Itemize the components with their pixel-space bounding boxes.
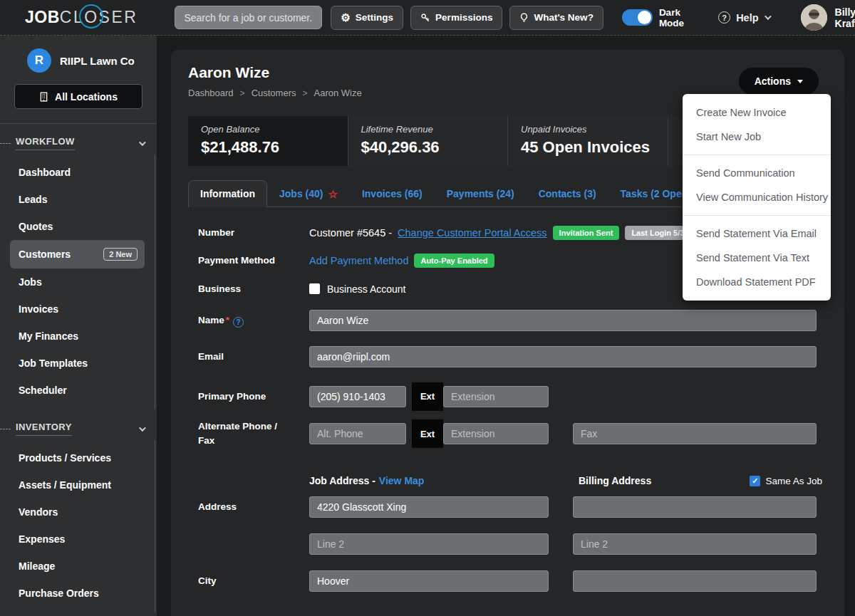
caret-down-icon (797, 80, 803, 83)
sidebar-item-quotes[interactable]: Quotes (10, 213, 145, 240)
actions-button[interactable]: Actions (739, 68, 819, 95)
main-panel: Aaron Wize Dashboard Customers Aaron Wiz… (171, 50, 844, 616)
menu-item-send-communication[interactable]: Send Communication (683, 161, 831, 185)
primary-phone-field[interactable] (309, 386, 406, 407)
job-line2-field[interactable] (309, 533, 549, 555)
dark-mode-toggle[interactable] (622, 9, 653, 26)
menu-item-send-statement-via-text[interactable]: Send Statement Via Text (683, 246, 831, 270)
sidebar-item-assets-equipment[interactable]: Assets / Equipment (10, 471, 145, 498)
sidebar-section: WORKFLOW Dashboard Leads Quotes Customer… (0, 124, 157, 409)
toggle-knob (638, 11, 651, 24)
avatar[interactable] (801, 4, 827, 31)
required-asterisk: * (226, 315, 229, 325)
lightbulb-icon (519, 13, 529, 23)
stat-label: Unpaid Invoices (521, 124, 655, 135)
menu-item-start-new-job[interactable]: Start New Job (683, 125, 831, 149)
stat-label: Lifetime Revenue (361, 124, 495, 135)
billing-line2-field[interactable] (573, 533, 817, 555)
checkbox-label: Same As Job (765, 476, 822, 486)
stat-value: $40,296.36 (361, 138, 495, 157)
stat-open-balance: Open Balance $21,488.76 (188, 116, 348, 166)
form-row-name: Name* (198, 310, 827, 331)
logo-text-bold: JOB (25, 8, 60, 27)
menu-item-download-statement-pdf[interactable]: Download Statement PDF (683, 270, 831, 294)
favorite-star-icon (328, 189, 337, 199)
sidebar-item-scheduler[interactable]: Scheduler (10, 377, 145, 404)
email-field[interactable] (309, 346, 817, 367)
search-input[interactable] (175, 6, 322, 29)
breadcrumb-link-dashboard[interactable]: Dashboard (188, 88, 234, 98)
sidebar-item-vendors[interactable]: Vendors (10, 498, 145, 526)
whats-new-button[interactable]: What's New? (509, 6, 603, 30)
sidebar-item-purchase-orders[interactable]: Purchase Orders (10, 580, 145, 607)
sidebar-item-mileage[interactable]: Mileage (10, 553, 145, 580)
sidebar-item-customers[interactable]: Customers 2 New (10, 240, 145, 268)
help-menu[interactable]: Help (718, 11, 769, 24)
form-row-address-headers: Job Address - View Map Billing Address S… (198, 475, 827, 486)
sidebar-item-dashboard[interactable]: Dashboard (10, 159, 145, 186)
sidebar-item-invoices[interactable]: Invoices (10, 296, 145, 323)
alt-phone-field[interactable] (309, 423, 406, 444)
sidebar-section-header-management[interactable]: MANAGEMENT (0, 612, 157, 616)
sidebar-item-leads[interactable]: Leads (10, 186, 145, 213)
change-portal-access-link[interactable]: Change Customer Portal Access (398, 227, 547, 239)
job-city-field[interactable] (309, 570, 549, 592)
company-switcher[interactable]: R RIIPL Lawn Co (0, 46, 157, 75)
ext-label: Ext (412, 419, 443, 448)
breadcrumb-current: Aaron Wize (314, 88, 362, 98)
menu-item-create-new-invoice[interactable]: Create New Invoice (683, 100, 831, 125)
business-account-checkbox[interactable] (309, 283, 320, 294)
job-address-field[interactable] (309, 496, 549, 518)
field-label: Name (198, 315, 224, 325)
actions-dropdown-menu: Create New Invoice Start New Job Send Co… (683, 94, 831, 301)
sidebar-sections: WORKFLOW Dashboard Leads Quotes Customer… (0, 124, 157, 616)
menu-item-send-statement-via-email[interactable]: Send Statement Via Email (683, 221, 831, 246)
sidebar-item-expenses[interactable]: Expenses (10, 526, 145, 553)
billing-address-field[interactable] (573, 496, 817, 518)
add-payment-method-link[interactable]: Add Payment Method (309, 255, 408, 266)
spacer (198, 458, 827, 475)
auto-pay-badge: Auto-Pay Enabled (414, 254, 494, 268)
key-icon (420, 13, 430, 23)
field-label: Payment Method (198, 254, 309, 268)
all-locations-button[interactable]: All Locations (14, 84, 142, 109)
form-row-city: City (198, 570, 827, 592)
checkbox-label: Business Account (327, 283, 406, 295)
settings-button[interactable]: Settings (331, 6, 403, 30)
menu-item-view-communication-history[interactable]: View Communication History (683, 185, 831, 209)
user-menu[interactable]: Billy Kraft (801, 4, 855, 31)
form-row-line2 (198, 533, 827, 555)
top-navbar: JOBCLOSER Settings Permissions What's Ne… (0, 0, 855, 36)
billing-city-field[interactable] (573, 570, 817, 592)
page-title: Aaron Wize (188, 64, 827, 81)
alt-extension-field[interactable] (443, 423, 549, 444)
tab-contacts-3[interactable]: Contacts (3) (527, 180, 608, 207)
tab-invoices-66[interactable]: Invoices (66) (350, 180, 435, 207)
sidebar-section: INVENTORY Products / Services Assets / E… (0, 409, 157, 612)
same-as-job-checkbox[interactable] (750, 476, 760, 486)
tab-jobs-40[interactable]: Jobs (40) (267, 180, 350, 207)
view-map-link[interactable]: View Map (379, 475, 425, 486)
sidebar-item-my-finances[interactable]: My Finances (10, 323, 145, 350)
name-field[interactable] (309, 310, 817, 331)
sidebar-item-products-services[interactable]: Products / Services (10, 444, 145, 471)
tab-payments-24[interactable]: Payments (24) (435, 180, 527, 207)
sidebar-item-jobs[interactable]: Jobs (10, 268, 145, 296)
menu-divider (683, 215, 831, 216)
sidebar: R RIIPL Lawn Co All Locations WORKFLOW D… (0, 36, 157, 616)
form-row-email: Email (198, 346, 827, 367)
sidebar-section-header-inventory[interactable]: INVENTORY (0, 409, 157, 440)
breadcrumb-link-customers[interactable]: Customers (252, 88, 296, 98)
form-row-alt-phone-fax: Alternate Phone / Fax Ext (198, 419, 827, 449)
tab-information[interactable]: Information (188, 180, 267, 207)
gear-icon (341, 11, 350, 24)
sidebar-section: MANAGEMENT (0, 612, 157, 616)
company-name: RIIPL Lawn Co (60, 55, 135, 67)
field-label: Primary Phone (198, 390, 309, 404)
permissions-button[interactable]: Permissions (410, 6, 502, 30)
sidebar-item-job-templates[interactable]: Job Templates (10, 350, 145, 377)
fax-field[interactable] (573, 423, 817, 444)
primary-extension-field[interactable] (443, 386, 549, 407)
stat-label: Open Balance (201, 124, 335, 135)
sidebar-section-header-workflow[interactable]: WORKFLOW (0, 124, 157, 155)
